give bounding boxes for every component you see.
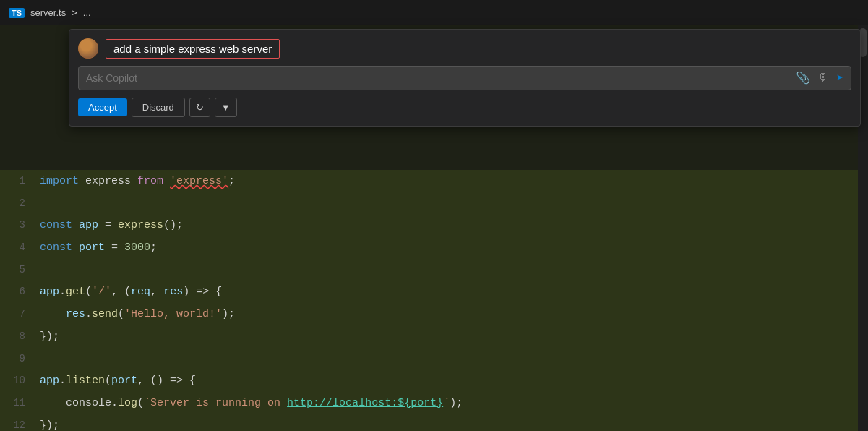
table-row: 8 }); — [0, 325, 868, 348]
refresh-button[interactable]: ↻ — [189, 98, 210, 117]
line-num-4: 4 — [0, 236, 40, 258]
table-row: 7 res.send('Hello, world!'); — [0, 303, 868, 325]
accept-button[interactable]: Accept — [78, 98, 127, 116]
title-bar: TS server.ts > ... — [0, 0, 868, 25]
line-num-7: 7 — [0, 303, 40, 325]
copilot-prompt-row: add a simple express web server — [78, 38, 851, 59]
line-num-6: 6 — [0, 281, 40, 302]
copilot-panel: add a simple express web server 📎 🎙 ➤ Ac… — [69, 29, 861, 127]
line-content-7: res.send('Hello, world!'); — [40, 304, 235, 325]
ts-badge: TS — [9, 8, 25, 18]
table-row: 1 import express from 'express'; — [0, 170, 868, 192]
avatar — [78, 38, 98, 59]
ask-copilot-input[interactable] — [86, 72, 796, 84]
table-row: 12 }); — [0, 414, 868, 431]
table-row: 2 — [0, 192, 868, 214]
line-num-3: 3 — [0, 214, 40, 236]
table-row: 4 const port = 3000; — [0, 236, 868, 259]
line-content-8: }); — [40, 326, 59, 348]
line-num-10: 10 — [0, 370, 40, 391]
copilot-prompt-text: add a simple express web server — [106, 39, 280, 59]
attach-icon[interactable]: 📎 — [796, 71, 810, 85]
line-content-10: app.listen(port, () => { — [40, 370, 196, 392]
table-row: 6 app.get('/', (req, res) => { — [0, 281, 868, 303]
table-row: 3 const app = express(); — [0, 214, 868, 236]
table-row: 5 — [0, 259, 868, 281]
copilot-input-row[interactable]: 📎 🎙 ➤ — [78, 66, 851, 90]
line-content-4: const port = 3000; — [40, 237, 157, 259]
line-num-9: 9 — [0, 348, 40, 370]
line-num-2: 2 — [0, 192, 40, 214]
dropdown-button[interactable]: ▼ — [215, 98, 237, 117]
send-icon[interactable]: ➤ — [836, 71, 843, 85]
editor-area: 1 import express from 'express'; 2 3 con… — [0, 170, 868, 431]
line-content-12: }); — [40, 415, 59, 431]
line-num-12: 12 — [0, 414, 40, 431]
table-row: 9 — [0, 348, 868, 370]
line-num-8: 8 — [0, 325, 40, 347]
line-content-1: import express from 'express'; — [40, 171, 235, 192]
copilot-actions: Accept Discard ↻ ▼ — [78, 98, 851, 117]
breadcrumb-separator: > — [72, 7, 77, 18]
line-num-5: 5 — [0, 259, 40, 281]
line-num-1: 1 — [0, 170, 40, 192]
line-content-11: console.log(`Server is running on http:/… — [40, 393, 463, 414]
discard-button[interactable]: Discard — [132, 98, 185, 117]
filename: server.ts — [30, 7, 66, 18]
mic-icon[interactable]: 🎙 — [817, 72, 829, 85]
copilot-icon-group: 📎 🎙 ➤ — [796, 71, 843, 85]
line-content-3: const app = express(); — [40, 215, 183, 236]
line-content-6: app.get('/', (req, res) => { — [40, 281, 222, 303]
table-row: 10 app.listen(port, () => { — [0, 370, 868, 392]
breadcrumb: ... — [83, 7, 91, 18]
line-num-11: 11 — [0, 392, 40, 414]
table-row: 11 console.log(`Server is running on htt… — [0, 392, 868, 414]
